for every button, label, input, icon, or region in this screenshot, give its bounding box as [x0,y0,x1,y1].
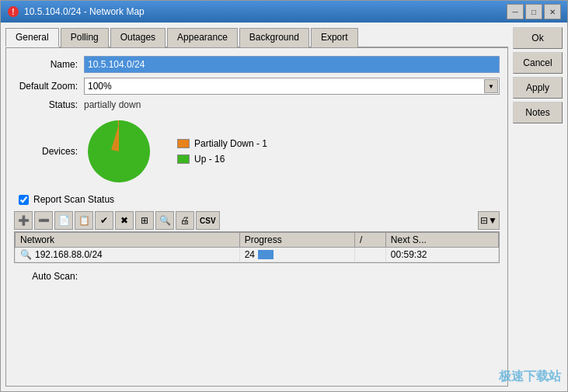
legend-item-partial: Partially Down - 1 [177,138,267,149]
csv-button[interactable]: CSV [196,211,220,230]
check-button[interactable]: ✔ [95,211,113,230]
pie-chart [84,116,154,186]
legend-label-partial: Partially Down - 1 [194,138,267,149]
ok-button[interactable]: Ok [513,27,563,49]
legend-color-up [177,154,190,164]
name-label: Name: [14,59,84,70]
cell-progress: 24 [239,248,354,262]
legend-item-up: Up - 16 [177,154,267,165]
layout-button[interactable]: ⊟▼ [478,211,500,230]
delete-button[interactable]: ✖ [115,211,134,230]
name-row: Name: [14,56,500,73]
cell-divider [355,248,386,262]
cancel-button[interactable]: Cancel [513,52,563,74]
report-scan-checkbox[interactable] [19,195,29,205]
zoom-select[interactable]: 100% 75% 150% [84,78,500,95]
window-icon: ! [7,5,19,18]
col-nextscan: Next S... [385,233,498,248]
cell-network: 🔍192.168.88.0/24 [16,248,240,262]
tab-appearance[interactable]: Appearance [167,28,238,47]
name-input[interactable] [84,56,500,73]
col-divider: / [355,233,386,248]
legend-color-partial [177,139,190,148]
scan-table: Network Progress / Next S... 🔍192.168.88… [15,232,499,262]
tab-general[interactable]: General [5,28,59,47]
zoom-select-wrapper: 100% 75% 150% ▼ [84,78,500,95]
status-label: Status: [14,99,84,110]
copy-button[interactable]: 📄 [54,211,73,230]
apply-button[interactable]: Apply [513,77,563,99]
clone-button[interactable]: ⊞ [135,211,154,230]
pie-legend: Partially Down - 1 Up - 16 [177,138,267,165]
tab-bar: General Polling Outages Appearance Backg… [5,27,508,48]
window-controls: ─ □ ✕ [507,4,561,19]
report-scan-label: Report Scan Status [33,194,114,205]
report-scan-row: Report Scan Status [14,194,500,205]
auto-scan-row: Auto Scan: [14,271,500,282]
svg-text:!: ! [12,8,14,16]
remove-button[interactable]: ➖ [34,211,53,230]
tab-polling[interactable]: Polling [61,28,109,47]
window-title: 10.5.104.0/24 - Network Map [24,6,507,17]
zoom-row: Default Zoom: 100% 75% 150% ▼ [14,78,500,95]
table-row[interactable]: 🔍192.168.88.0/24 24 00:59:32 [16,248,499,262]
paste-button[interactable]: 📋 [75,211,93,230]
tab-outages[interactable]: Outages [110,28,166,47]
legend-label-up: Up - 16 [194,154,225,165]
table-header-row: Network Progress / Next S... [16,233,499,248]
col-network: Network [16,233,240,248]
col-progress: Progress [239,233,354,248]
devices-label: Devices: [14,146,84,157]
sidebar-buttons: Ok Cancel Apply Notes [513,23,567,391]
tab-background[interactable]: Background [239,28,309,47]
search-button[interactable]: 🔍 [155,211,174,230]
minimize-button[interactable]: ─ [507,4,524,19]
maximize-button[interactable]: □ [525,4,542,19]
notes-button[interactable]: Notes [513,102,563,123]
close-button[interactable]: ✕ [544,4,561,19]
add-button[interactable]: ➕ [14,211,33,230]
scan-table-container: Network Progress / Next S... 🔍192.168.88… [14,231,500,263]
scan-toolbar: ➕ ➖ 📄 📋 ✔ ✖ ⊞ 🔍 🖨 CSV ⊟▼ [14,211,500,230]
auto-scan-label: Auto Scan: [14,271,84,282]
print-button[interactable]: 🖨 [176,211,194,230]
status-value: partially down [84,99,141,110]
cell-nextscan: 00:59:32 [385,248,498,262]
devices-row: Devices: [14,116,500,186]
title-bar: ! 10.5.104.0/24 - Network Map ─ □ ✕ [1,1,567,23]
zoom-label: Default Zoom: [14,81,84,92]
status-row: Status: partially down [14,99,500,110]
tab-export[interactable]: Export [311,28,358,47]
main-panel: Name: Default Zoom: 100% 75% 150% ▼ [5,48,508,387]
